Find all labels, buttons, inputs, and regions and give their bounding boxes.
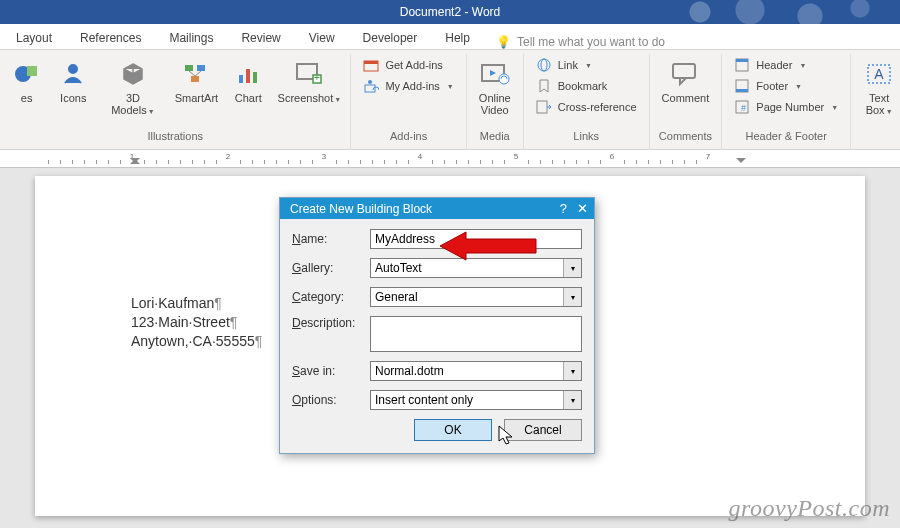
header-button[interactable]: Header ▼ <box>730 56 842 74</box>
svg-rect-15 <box>364 61 378 64</box>
document-text: Lori·Kaufman¶ 123·Main·Street¶ Anytown,·… <box>131 294 262 351</box>
watermark: groovyPost.com <box>729 495 890 522</box>
person-icon <box>60 61 86 87</box>
svg-text:#: # <box>741 103 746 113</box>
name-label: Name: <box>292 232 364 246</box>
group-media: Online Video Media <box>467 54 524 150</box>
ruler-number: 7 <box>706 152 710 161</box>
cube-icon <box>120 61 146 87</box>
footer-button[interactable]: Footer ▼ <box>730 77 842 95</box>
chevron-down-icon[interactable]: ▾ <box>563 362 581 380</box>
tab-developer[interactable]: Developer <box>357 27 424 49</box>
chevron-down-icon[interactable]: ▾ <box>563 391 581 409</box>
group-headerfooter: Header ▼ Footer ▼ # Page Number ▼ Header… <box>722 54 851 150</box>
svg-point-16 <box>368 80 372 84</box>
3d-models-button[interactable]: 3D Models▼ <box>101 56 164 118</box>
gallery-combo[interactable]: AutoText▾ <box>370 258 582 278</box>
tab-view[interactable]: View <box>303 27 341 49</box>
ribbon: es Icons 3D Models▼ SmartArt Chart + Scr… <box>0 50 900 150</box>
description-input[interactable] <box>370 316 582 352</box>
options-combo[interactable]: Insert content only▾ <box>370 390 582 410</box>
my-addins-button[interactable]: My Add-ins ▼ <box>359 77 457 95</box>
ruler-number: 4 <box>418 152 422 161</box>
icons-button[interactable]: Icons <box>53 56 93 106</box>
group-comments: Comment Comments <box>650 54 723 150</box>
tell-me-placeholder: Tell me what you want to do <box>517 35 665 49</box>
link-button[interactable]: Link ▼ <box>532 56 641 74</box>
savein-combo[interactable]: Normal.dotm▾ <box>370 361 582 381</box>
svg-rect-1 <box>27 66 37 76</box>
addins-icon <box>363 78 379 94</box>
title-bar: Document2 - Word <box>0 0 900 24</box>
chart-button[interactable]: Chart <box>228 56 268 106</box>
horizontal-ruler[interactable]: 1234567 <box>0 150 900 168</box>
svg-rect-5 <box>191 76 199 82</box>
crossref-icon <box>536 99 552 115</box>
lightbulb-icon: 💡 <box>496 35 511 49</box>
group-text: A Text Box▼ Quick Pa A WordArt A Drop Ca… <box>851 54 900 150</box>
link-icon <box>536 57 552 73</box>
chevron-down-icon[interactable]: ▾ <box>563 288 581 306</box>
screenshot-icon: + <box>295 61 323 87</box>
svg-line-6 <box>189 71 195 76</box>
savein-label: Save in: <box>292 364 364 378</box>
app-title: Document2 - Word <box>400 5 500 19</box>
group-links: Link ▼ Bookmark Cross-reference Links <box>524 54 650 150</box>
tab-layout[interactable]: Layout <box>10 27 58 49</box>
textbox-icon: A <box>865 61 893 87</box>
svg-rect-24 <box>673 64 695 78</box>
online-video-button[interactable]: Online Video <box>475 56 515 118</box>
ribbon-tabs: Layout References Mailings Review View D… <box>0 24 900 50</box>
group-illustrations: es Icons 3D Models▼ SmartArt Chart + Scr… <box>0 54 351 150</box>
page-number-button[interactable]: # Page Number ▼ <box>730 98 842 116</box>
ruler-number: 2 <box>226 152 230 161</box>
cross-reference-button[interactable]: Cross-reference <box>532 98 641 116</box>
shapes-icon <box>13 60 41 88</box>
svg-line-7 <box>195 71 201 76</box>
screenshot-button[interactable]: + Screenshot▼ <box>276 56 342 106</box>
text-box-button[interactable]: A Text Box▼ <box>859 56 899 118</box>
get-addins-button[interactable]: Get Add-ins <box>359 56 457 74</box>
chevron-down-icon[interactable]: ▾ <box>563 259 581 277</box>
svg-rect-26 <box>736 59 748 62</box>
dialog-title: Create New Building Block <box>290 202 432 216</box>
group-label-illustrations: Illustrations <box>147 130 203 144</box>
svg-marker-19 <box>490 70 496 76</box>
smartart-icon <box>183 61 209 87</box>
svg-text:+: + <box>314 72 320 83</box>
header-icon <box>734 57 750 73</box>
group-label-links: Links <box>573 130 599 144</box>
category-label: Category: <box>292 290 364 304</box>
tell-me-search[interactable]: 💡 Tell me what you want to do <box>496 35 665 49</box>
smartart-button[interactable]: SmartArt <box>173 56 221 106</box>
bookmark-icon <box>536 78 552 94</box>
group-label-headerfooter: Header & Footer <box>746 130 827 144</box>
store-icon <box>363 57 379 73</box>
tab-review[interactable]: Review <box>235 27 286 49</box>
svg-rect-8 <box>239 75 243 83</box>
svg-rect-23 <box>537 101 547 113</box>
create-building-block-dialog: Create New Building Block ? ✕ Name: Gall… <box>279 197 595 454</box>
cancel-button[interactable]: Cancel <box>504 419 582 441</box>
tab-references[interactable]: References <box>74 27 147 49</box>
dialog-close-button[interactable]: ✕ <box>577 201 588 216</box>
chart-icon <box>235 61 261 87</box>
tab-help[interactable]: Help <box>439 27 476 49</box>
category-combo[interactable]: General▾ <box>370 287 582 307</box>
dialog-titlebar[interactable]: Create New Building Block ? ✕ <box>280 198 594 219</box>
video-icon <box>480 61 510 87</box>
comment-button[interactable]: Comment <box>658 56 714 106</box>
ok-button[interactable]: OK <box>414 419 492 441</box>
group-label-media: Media <box>480 130 510 144</box>
bookmark-button[interactable]: Bookmark <box>532 77 641 95</box>
pagenum-icon: # <box>734 99 750 115</box>
dialog-help-button[interactable]: ? <box>560 201 567 216</box>
ruler-number: 6 <box>610 152 614 161</box>
svg-rect-3 <box>185 65 193 71</box>
svg-rect-9 <box>246 69 250 83</box>
name-input[interactable] <box>370 229 582 249</box>
shapes-button-partial[interactable]: es <box>8 56 45 106</box>
svg-text:A: A <box>874 66 884 82</box>
gallery-label: Gallery: <box>292 261 364 275</box>
tab-mailings[interactable]: Mailings <box>163 27 219 49</box>
